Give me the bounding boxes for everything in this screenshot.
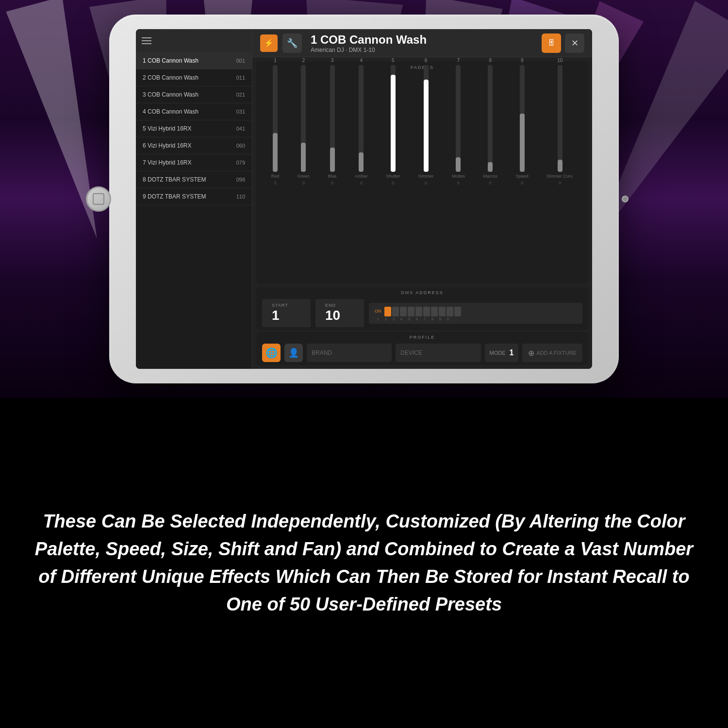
dip-switch-2[interactable] [392,307,399,316]
dmx-end-box: END 10 [315,299,364,327]
dip-switch-9[interactable] [447,307,453,316]
dip-switch-5[interactable] [415,307,422,316]
fader-track[interactable] [520,65,525,172]
dip-number: 4 [398,317,405,321]
ipad-device: 1 COB Cannon Wash0012 COB Cannon Wash011… [109,15,619,383]
fader-col[interactable]: 6 Dimmer 0 [418,58,434,185]
sidebar-item-number: 011 [236,75,245,81]
globe-button[interactable]: 🌐 [262,344,281,362]
fader-track[interactable] [301,65,306,172]
dip-switch-6[interactable] [423,307,430,316]
sidebar: 1 COB Cannon Wash0012 COB Cannon Wash011… [136,29,252,369]
fader-track[interactable] [558,65,563,172]
sidebar-item-name: 5 Vizi Hybrid 16RX [143,125,192,132]
dip-numbers: 1234567890 [375,317,577,321]
fader-name: Blue [328,174,337,179]
fixture-title: 1 COB Cannon Wash [311,33,537,47]
sidebar-item-name: 9 DOTZ TBAR SYSTEM [143,193,206,200]
sidebar-item[interactable]: 2 COB Cannon Wash011 [136,69,252,86]
fader-number: 5 [392,58,395,63]
dip-switch-10[interactable] [454,307,461,316]
fader-col[interactable]: 3 Blue 0 [328,58,337,185]
sidebar-item-number: 079 [236,160,245,165]
fader-col[interactable]: 7 Modes 0 [452,58,465,185]
dmx-section: DMX ADDRESS START 1 END 10 ON [256,287,588,330]
fader-track[interactable] [391,65,396,172]
close-button[interactable]: ✕ [565,33,584,53]
fader-number: 3 [331,58,334,63]
fader-track[interactable] [273,65,278,172]
sidebar-item[interactable]: 9 DOTZ TBAR SYSTEM110 [136,188,252,205]
close-icon: ✕ [571,38,579,49]
sidebar-item[interactable]: 6 Vizi Hybrid 16RX060 [136,137,252,154]
fader-track[interactable] [359,65,364,172]
app-container: 1 COB Cannon Wash0012 COB Cannon Wash011… [136,29,592,369]
sliders-button[interactable]: 🎚 [542,33,561,53]
add-fixture-button[interactable]: ⊕ ADD A FIXTURE [522,344,582,362]
orange-tool-button[interactable]: ⚡ [260,34,278,52]
main-content: ⚡ 🔧 1 COB Cannon Wash American DJ · DMX … [252,29,592,369]
sidebar-item[interactable]: 3 COB Cannon Wash021 [136,86,252,103]
sidebar-item-number: 110 [236,194,245,199]
dip-number: 7 [421,317,428,321]
fixture-subtitle: American DJ · DMX 1-10 [311,47,537,53]
fader-name: Modes [452,174,465,179]
bottom-section: These Can Be Selected Independently, Cus… [0,398,728,728]
menu-icon[interactable] [142,37,151,44]
ipad-screen: 1 COB Cannon Wash0012 COB Cannon Wash011… [136,29,592,369]
sidebar-item-number: 021 [236,92,245,98]
dip-switch-8[interactable] [439,307,446,316]
profile-inner: 🌐 👤 BRAND DEVICE MODE 1 [262,344,582,362]
dip-on-label: ON [375,309,381,314]
sidebar-item[interactable]: 8 DOTZ TBAR SYSTEM098 [136,171,252,188]
fader-value: 0 [331,181,333,185]
fader-col[interactable]: 9 Speed 0 [516,58,529,185]
sidebar-item[interactable]: 1 COB Cannon Wash001 [136,52,252,69]
bottom-text: These Can Be Selected Independently, Cus… [29,508,699,618]
dip-number: 9 [437,317,444,321]
sidebar-list: 1 COB Cannon Wash0012 COB Cannon Wash011… [136,52,252,369]
device-field[interactable]: DEVICE [396,344,480,362]
fader-track[interactable] [330,65,335,172]
dip-switch-1[interactable] [384,307,391,316]
dip-number: 3 [390,317,397,321]
fader-value: 0 [559,181,561,185]
sidebar-item-number: 031 [236,109,245,115]
sliders-icon: 🎚 [547,38,556,48]
start-value: 1 [272,308,301,323]
fader-col[interactable]: 8 Macros 0 [483,58,498,185]
sidebar-item-name: 6 Vizi Hybrid 16RX [143,142,192,149]
fader-number: 4 [360,58,363,63]
dip-switch-4[interactable] [408,307,414,316]
ipad-home-button[interactable] [86,186,111,212]
sidebar-item[interactable]: 7 Vizi Hybrid 16RX079 [136,154,252,171]
wrench-button[interactable]: 🔧 [282,33,302,53]
dip-switch-7[interactable] [431,307,438,316]
fader-number: 6 [425,58,428,63]
fader-name: Shutter [386,174,400,179]
fader-col[interactable]: 5 Shutter 0 [386,58,400,185]
fader-col[interactable]: 1 Red 0 [271,58,280,185]
fader-col[interactable]: 2 Green 0 [298,58,310,185]
faders-area: 1 Red 0 2 Green 0 3 Blue 0 4 Amber 0 5 S… [262,74,582,190]
top-bar: ⚡ 🔧 1 COB Cannon Wash American DJ · DMX … [252,29,592,57]
fader-name: Green [298,174,310,179]
sidebar-item-name: 1 COB Cannon Wash [143,57,199,64]
sidebar-item-number: 041 [236,126,245,132]
add-fixture-label: ADD A FIXTURE [536,350,577,356]
dip-switch-3[interactable] [400,307,407,316]
fader-track[interactable] [488,65,493,172]
fader-track[interactable] [456,65,461,172]
title-area: 1 COB Cannon Wash American DJ · DMX 1-10 [307,33,537,53]
user-button[interactable]: 👤 [284,344,303,362]
brand-field[interactable]: BRAND [307,344,392,362]
fader-fill [488,162,493,172]
fader-col[interactable]: 4 Amber 0 [355,58,368,185]
fader-fill [391,75,396,172]
wrench-icon: 🔧 [287,38,298,49]
fader-track[interactable] [424,65,429,172]
sidebar-item[interactable]: 5 Vizi Hybrid 16RX041 [136,120,252,137]
dip-number: 0 [445,317,451,321]
sidebar-item[interactable]: 4 COB Cannon Wash031 [136,103,252,120]
fader-col[interactable]: 10 Dimmer Curv. 0 [546,58,573,185]
